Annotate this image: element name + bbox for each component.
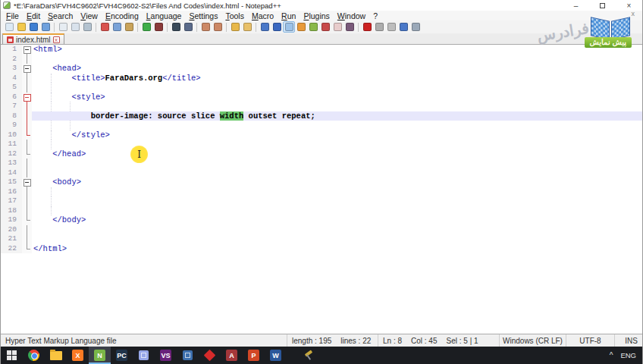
stop-macro-icon[interactable] bbox=[373, 21, 385, 33]
code-line-15[interactable]: 15 <body> bbox=[1, 177, 642, 187]
tray-expand-icon[interactable]: ^ bbox=[610, 351, 613, 359]
code-line-12[interactable]: 12 </head> bbox=[1, 149, 642, 159]
word-taskbar-button[interactable]: W bbox=[265, 347, 287, 364]
indent-guide-icon[interactable] bbox=[283, 21, 295, 33]
status-ln: Ln : 8 bbox=[383, 337, 402, 345]
start-button-taskbar-button[interactable] bbox=[1, 347, 23, 364]
run-macro-multi-icon[interactable] bbox=[397, 21, 409, 33]
code-line-10[interactable]: 10 </style> bbox=[1, 130, 642, 140]
code-line-4[interactable]: 4 <title>FaraDars.org</title> bbox=[1, 74, 642, 83]
code-line-16[interactable]: 16 bbox=[1, 187, 642, 197]
notepad-plus-plus-taskbar-button[interactable]: N bbox=[89, 347, 111, 364]
undo-icon[interactable] bbox=[140, 21, 152, 33]
redo-icon[interactable] bbox=[152, 21, 165, 33]
code-line-2[interactable]: 2 bbox=[1, 55, 642, 64]
close-button[interactable]: × bbox=[616, 0, 642, 11]
cube-dark-app-taskbar-button[interactable] bbox=[177, 347, 199, 364]
disabled-icon[interactable] bbox=[331, 21, 343, 33]
code-line-5[interactable]: 5 bbox=[1, 83, 642, 93]
menu-settings[interactable]: Settings bbox=[185, 11, 221, 20]
notepad-plus-plus-logo-icon bbox=[3, 2, 11, 9]
code-line-1[interactable]: 1<html> bbox=[1, 45, 642, 55]
menu-view[interactable]: View bbox=[77, 11, 102, 20]
save-all-icon[interactable] bbox=[39, 21, 52, 33]
menu-window[interactable]: Window bbox=[334, 11, 369, 20]
menu-file[interactable]: File bbox=[2, 11, 23, 20]
code-line-6[interactable]: 6 <style> bbox=[1, 93, 642, 102]
cut-icon[interactable] bbox=[99, 21, 111, 33]
xampp-taskbar-button[interactable]: X bbox=[67, 347, 89, 364]
chrome-taskbar-button[interactable] bbox=[23, 347, 45, 364]
code-line-19[interactable]: 19 </body> bbox=[1, 215, 642, 225]
menu-macro[interactable]: Macro bbox=[248, 11, 278, 20]
close-all-icon[interactable] bbox=[69, 21, 81, 33]
open-file-icon[interactable] bbox=[15, 21, 27, 33]
zoom-in-icon[interactable] bbox=[199, 21, 212, 33]
code-line-17[interactable]: 17 bbox=[1, 196, 642, 206]
visual-studio-taskbar-button[interactable]: VS bbox=[155, 347, 177, 364]
code-line-8[interactable]: 8 border-image: source slice width outse… bbox=[1, 111, 642, 121]
save-icon[interactable] bbox=[27, 21, 39, 33]
diamond-app-taskbar-button[interactable] bbox=[199, 347, 221, 364]
find-icon[interactable] bbox=[170, 21, 182, 33]
menu-language[interactable]: Language bbox=[143, 11, 186, 20]
edit-marker-icon[interactable] bbox=[319, 21, 331, 33]
close-icon[interactable] bbox=[57, 21, 69, 33]
fold-toggle-icon[interactable] bbox=[22, 45, 32, 55]
menu-tools[interactable]: Tools bbox=[221, 11, 248, 20]
file-explorer-taskbar-button[interactable] bbox=[45, 347, 67, 364]
menu-edit[interactable]: Edit bbox=[23, 11, 44, 20]
code-line-18[interactable]: 18 bbox=[1, 206, 642, 216]
pycharm-taskbar-button[interactable]: PC bbox=[111, 347, 133, 364]
menu-encoding[interactable]: Encoding bbox=[102, 11, 143, 20]
menu-run[interactable]: Run bbox=[278, 11, 300, 20]
powerpoint-taskbar-button[interactable]: P bbox=[243, 347, 265, 364]
function-list-icon[interactable] bbox=[307, 21, 319, 33]
line-number: 8 bbox=[1, 111, 22, 121]
tab-index-html[interactable]: index.html x bbox=[2, 33, 64, 44]
new-file-icon[interactable] bbox=[3, 21, 15, 33]
title-bar: *E:\FaraDars\FVH4C9602\FVH4C9602-S2\File… bbox=[1, 0, 642, 11]
cube-light-app-taskbar-button[interactable] bbox=[133, 347, 155, 364]
copy-icon[interactable] bbox=[111, 21, 123, 33]
line-number: 1 bbox=[1, 45, 22, 55]
menu-plugins[interactable]: Plugins bbox=[300, 11, 333, 20]
toolbar-separator bbox=[358, 23, 359, 32]
print-icon[interactable] bbox=[81, 21, 93, 33]
code-line-20[interactable]: 20 bbox=[1, 225, 642, 235]
tab-close-icon[interactable]: x bbox=[53, 36, 60, 43]
doc-map-icon[interactable] bbox=[295, 21, 307, 33]
minimize-button[interactable]: – bbox=[563, 0, 589, 11]
save-macro-icon[interactable] bbox=[409, 21, 422, 33]
sync-scroll-v-icon[interactable] bbox=[229, 21, 241, 33]
fold-toggle-icon[interactable] bbox=[22, 93, 32, 102]
replace-icon[interactable] bbox=[182, 21, 194, 33]
code-line-7[interactable]: 7 bbox=[1, 102, 642, 111]
code-line-9[interactable]: 9 bbox=[1, 121, 642, 130]
code-line-14[interactable]: 14 bbox=[1, 168, 642, 178]
language-indicator[interactable]: ENG bbox=[620, 351, 636, 359]
code-line-22[interactable]: 22</html> bbox=[1, 244, 642, 254]
sync-scroll-h-icon[interactable] bbox=[241, 21, 253, 33]
fold-toggle-icon[interactable] bbox=[22, 64, 32, 74]
show-all-chars-icon[interactable] bbox=[271, 21, 283, 33]
code-line-11[interactable]: 11 bbox=[1, 140, 642, 149]
monitoring-eye-icon[interactable] bbox=[343, 21, 356, 33]
code-line-3[interactable]: 3 <head> bbox=[1, 64, 642, 74]
paste-icon[interactable] bbox=[123, 21, 135, 33]
code-editor[interactable]: 1<html>23 <head>4 <title>FaraDars.org</t… bbox=[1, 45, 642, 334]
record-macro-icon[interactable] bbox=[361, 21, 373, 33]
code-line-21[interactable]: 21 bbox=[1, 234, 642, 244]
fold-toggle-icon[interactable] bbox=[22, 177, 32, 187]
word-wrap-icon[interactable] bbox=[259, 21, 271, 33]
menu-search[interactable]: Search bbox=[44, 11, 77, 20]
zoom-out-icon[interactable] bbox=[212, 21, 224, 33]
tool-app-taskbar-button[interactable] bbox=[297, 347, 319, 364]
tool-app-icon bbox=[303, 350, 314, 361]
play-macro-icon[interactable] bbox=[385, 21, 397, 33]
maximize-button[interactable] bbox=[589, 0, 616, 11]
code-line-13[interactable]: 13 bbox=[1, 158, 642, 168]
menu-help[interactable]: ? bbox=[369, 11, 381, 20]
fold-guide bbox=[22, 74, 32, 83]
access-taskbar-button[interactable]: A bbox=[221, 347, 243, 364]
